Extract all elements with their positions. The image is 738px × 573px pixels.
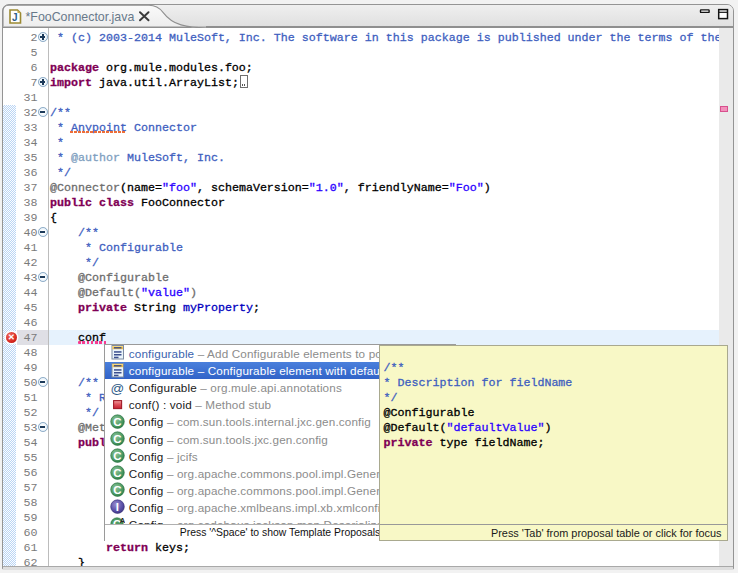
svg-text:@: @ xyxy=(111,380,125,395)
svg-text:C: C xyxy=(113,416,121,428)
svg-text:C: C xyxy=(113,450,121,462)
svg-text:J: J xyxy=(12,11,18,22)
svg-text:A: A xyxy=(120,516,125,524)
svg-text:C: C xyxy=(113,433,121,445)
svg-text:C: C xyxy=(113,484,121,496)
svg-text:I: I xyxy=(116,501,119,513)
svg-text:C: C xyxy=(113,467,121,479)
